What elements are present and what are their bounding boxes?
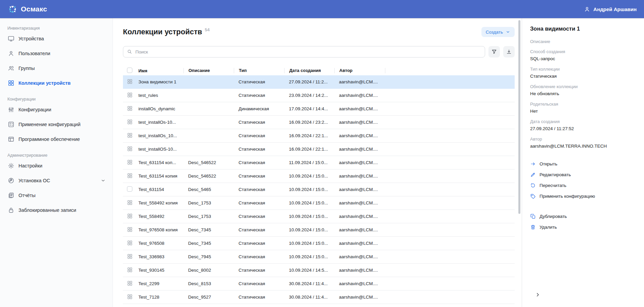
table-row[interactable]: Test_558492 копия Desc_1753 Статическая …: [123, 196, 515, 210]
cell-created: 10.09.2024 / 15:0...: [284, 174, 334, 179]
filter-icon: [491, 49, 497, 55]
table-row[interactable]: Test_336983 Desc_7945 Статическая 10.09.…: [123, 250, 515, 264]
cell-description: Desc_1753: [183, 214, 234, 219]
cell-author: aarshavin@LCM....: [334, 174, 385, 179]
table-row[interactable]: Test_631154 копия Desc_546522 Статическа…: [123, 169, 515, 183]
cell-description: Desc_8002: [183, 268, 234, 273]
column-header-created[interactable]: Дата создания: [284, 68, 334, 73]
cell-created: 16.09.2024 / 23:2...: [284, 120, 334, 125]
vertical-scrollbar[interactable]: [518, 20, 520, 214]
collection-grid-icon: [127, 240, 133, 246]
cell-type: Статическая: [234, 295, 284, 300]
sidebar-item[interactable]: Устройства: [0, 31, 113, 46]
sidebar-item-label: Программное обеспечение: [18, 137, 80, 142]
cell-created: 10.09.2024 / 15:0...: [284, 200, 334, 205]
toolbar: [123, 46, 515, 57]
sidebar-item[interactable]: Программное обеспечение: [0, 132, 113, 147]
create-button-label: Создать: [486, 30, 503, 35]
select-all-checkbox[interactable]: [127, 68, 132, 73]
cell-created: 10.09.2024 / 15:0...: [284, 227, 334, 232]
sidebar-item-label: Настройки: [18, 163, 42, 168]
action-item[interactable]: Удалить: [530, 222, 636, 232]
sidebar-item[interactable]: Установка ОС: [0, 173, 113, 188]
collection-grid-icon: [127, 267, 133, 273]
column-header-type[interactable]: Тип: [234, 68, 284, 73]
action-item[interactable]: Дублировать: [530, 211, 636, 222]
column-header-name[interactable]: Имя: [138, 68, 183, 73]
sidebar-item-label: Пользователи: [18, 51, 50, 56]
user-icon: [8, 50, 14, 57]
sidebar-item[interactable]: Пользователи: [0, 46, 113, 61]
table-row[interactable]: Test_930145 Desc_8002 Статическая 10.09.…: [123, 264, 515, 277]
table-row[interactable]: test_installOs-10... Статическая 16.09.2…: [123, 116, 515, 129]
action-item[interactable]: Редактировать: [530, 169, 636, 180]
table-row[interactable]: Test_7128 Desc_9527 Статическая 30.08.20…: [123, 291, 515, 304]
cell-author: aarshavin@LCM....: [334, 147, 385, 152]
table-row[interactable]: Test_631154 Desc_5465 Статическая 10.09.…: [123, 183, 515, 196]
action-item[interactable]: Применить конфигурацию: [530, 191, 636, 201]
sidebar-item[interactable]: Коллекции устройств: [0, 76, 113, 90]
row-checkbox[interactable]: [127, 186, 132, 192]
title-row: Коллекции устройств 54 Создать: [123, 27, 515, 37]
config-apply-icon: [8, 121, 14, 128]
action-item[interactable]: Пересчитать: [530, 180, 636, 191]
total-count: 54: [205, 27, 210, 32]
sidebar-section: Администрирование Настройки Установка ОС: [0, 153, 113, 218]
cell-name: Test_2299: [138, 281, 183, 286]
sidebar-item[interactable]: Заблокированные записи: [0, 203, 113, 218]
sidebar-item-label: Группы: [18, 66, 35, 71]
table-row[interactable]: Test_2299 Desc_8153 Статическая 30.08.20…: [123, 277, 515, 291]
field-label: Родительская: [530, 101, 636, 107]
collapse-panel-button[interactable]: [534, 291, 541, 298]
user-menu[interactable]: Андрей Аршавин: [584, 6, 637, 12]
column-header-author[interactable]: Автор: [334, 68, 385, 73]
sidebar-item-label: Устройства: [18, 36, 44, 41]
search-box: [123, 46, 485, 57]
cell-author: aarshavin@LCM....: [334, 200, 385, 205]
os-install-icon: [8, 177, 14, 184]
collection-grid-icon: [127, 280, 133, 286]
filter-button[interactable]: [488, 46, 500, 57]
table-row[interactable]: Test_558492 Desc_1753 Статическая 10.09.…: [123, 210, 515, 223]
table-row[interactable]: Test_631154 коп... Desc_546522 Статическ…: [123, 156, 515, 169]
primary-actions: Открыть Редактировать Пересчитать Примен…: [530, 158, 636, 201]
export-button[interactable]: [503, 46, 515, 57]
cell-name: Test_558492 копия: [138, 200, 183, 205]
field-value: 27.09.2024 / 11:27:52: [530, 125, 636, 132]
table-row[interactable]: installOs_dynamic Динамическая 17.09.202…: [123, 102, 515, 116]
table-row[interactable]: Test_976508 копия Desc_7345 Статическая …: [123, 223, 515, 237]
sidebar-item[interactable]: Конфигурации: [0, 102, 113, 117]
table-row[interactable]: test_rules Статическая 23.09.2024 / 14:2…: [123, 89, 515, 102]
table-row[interactable]: Test_976508 Desc_7345 Статическая 10.09.…: [123, 237, 515, 250]
cell-name: Test_930145: [138, 268, 183, 273]
cell-author: aarshavin@LCM....: [334, 281, 385, 286]
chevron-down-icon: [506, 30, 510, 34]
action-item[interactable]: Открыть: [530, 158, 636, 169]
table-row[interactable]: test_installOs_10... Статическая 16.09.2…: [123, 129, 515, 143]
sidebar-item[interactable]: Отчёты: [0, 188, 113, 203]
gear-icon: [8, 162, 14, 169]
create-button[interactable]: Создать: [481, 27, 515, 37]
cell-type: Статическая: [234, 133, 284, 138]
table-row[interactable]: Зона видимости 1 Статическая 27.09.2024 …: [123, 75, 515, 89]
cell-type: Статическая: [234, 241, 284, 246]
tag-icon: [530, 193, 536, 199]
sidebar-item[interactable]: Группы: [0, 61, 113, 76]
search-input[interactable]: [123, 46, 485, 57]
cell-name: Test_631154: [138, 187, 183, 192]
sidebar-item[interactable]: Настройки: [0, 158, 113, 173]
field-value: aarshavin@LCM.TERRA.INNO.TECH: [530, 143, 636, 149]
cell-created: 10.09.2024 / 15:0...: [284, 254, 334, 259]
cell-created: 10.09.2024 / 15:0...: [284, 214, 334, 219]
collections-table: Имя Описание Тип Дата создания Автор Зон…: [123, 66, 515, 304]
cell-created: 16.09.2024 / 22:1...: [284, 147, 334, 152]
sidebar-item[interactable]: Применение конфигураций: [0, 117, 113, 132]
collection-grid-icon: [127, 106, 133, 111]
action-label: Открыть: [540, 161, 557, 166]
sidebar-item-label: Установка ОС: [18, 178, 50, 183]
column-header-description[interactable]: Описание: [183, 68, 234, 73]
cell-created: 27.09.2024 / 11:2...: [284, 79, 334, 84]
field-value: SQL-запрос: [530, 55, 636, 62]
table-row[interactable]: test_installOS-10... Статическая 16.09.2…: [123, 143, 515, 156]
cell-description: Desc_9527: [183, 295, 234, 300]
